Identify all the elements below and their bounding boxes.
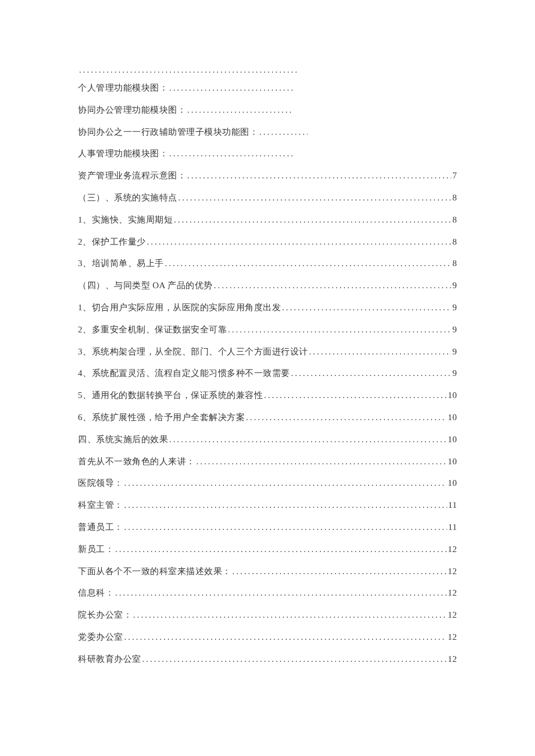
toc-leader-dots — [114, 588, 447, 598]
toc-entry: 协同办公之一一行政辅助管理子模块功能图： — [78, 127, 457, 149]
toc-entry: 人事管理功能模块图： — [78, 148, 457, 170]
toc-page-number: 12 — [447, 632, 457, 642]
toc-entry: 首先从不一致角色的人来讲：10 — [78, 456, 457, 478]
toc-entry: 协同办公管理功能模块图： — [78, 105, 457, 127]
toc-page-number: 12 — [447, 567, 457, 576]
toc-label: 下面从各个不一致的科室来描述效果： — [78, 566, 231, 577]
toc-leader-dots — [123, 632, 447, 642]
toc-label: 科研教育办公室 — [78, 654, 141, 665]
toc-page-number: 9 — [451, 368, 457, 378]
toc-label: 5、通用化的数据转换平台，保证系统的兼容性 — [78, 390, 263, 401]
toc-label: （四）、与同类型 OA 产品的优势 — [78, 280, 213, 291]
toc-page-number: 12 — [447, 588, 457, 598]
toc-label: 4、系统配置灵活、流程自定义能习惯多种不一致需要 — [78, 368, 290, 379]
toc-leader-dots — [258, 127, 308, 137]
toc-entry: 1、实施快、实施周期短8 — [78, 214, 457, 237]
toc-leader-dots — [132, 610, 447, 620]
toc-entry: 个人管理功能模块图： — [78, 83, 457, 105]
toc-label: 医院领导： — [78, 478, 123, 489]
toc-label: 1、实施快、实施周期短 — [78, 214, 173, 225]
toc-entry: 3、系统构架合理，从全院、部门、个人三个方面进行设计9 — [78, 346, 457, 368]
toc-leader-dots — [168, 83, 293, 93]
toc-entry: 科研教育办公室12 — [78, 654, 457, 676]
toc-entry: 信息科：12 — [78, 587, 457, 610]
toc-entry: 医院领导：10 — [78, 478, 457, 500]
toc-entry: 院长办公室：12 — [78, 610, 457, 632]
toc-entry: 5、通用化的数据转换平台，保证系统的兼容性10 — [78, 390, 457, 412]
toc-page-number: 10 — [447, 457, 457, 467]
toc-page-number: 9 — [451, 325, 457, 335]
toc-page-number: 8 — [451, 193, 457, 203]
toc-page-number: 12 — [447, 610, 457, 620]
toc-page-number: 9 — [451, 347, 457, 357]
toc-entry: 2、多重安全机制、保证数据安全可靠9 — [78, 324, 457, 346]
toc-page-number: 10 — [447, 435, 457, 445]
toc-leader-dots — [78, 65, 299, 75]
toc-label: 院长办公室： — [78, 610, 132, 621]
toc-entry: 1、切合用户实际应用，从医院的实际应用角度出发9 — [78, 302, 457, 324]
toc-label: 资产管理业务流程示意图： — [78, 170, 186, 181]
toc-leader-dots — [281, 303, 451, 313]
toc-leader-dots — [173, 215, 451, 225]
toc-page-number: 11 — [447, 500, 457, 510]
toc-entry: 2、保护工作量少8 — [78, 237, 457, 259]
toc-label: 协同办公管理功能模块图： — [78, 105, 186, 116]
toc-leader-dots — [290, 368, 452, 378]
toc-leader-dots — [123, 500, 447, 510]
toc-leader-dots — [164, 259, 452, 268]
toc-label: 协同办公之一一行政辅助管理子模块功能图： — [78, 127, 258, 138]
toc-label: 科室主管： — [78, 500, 123, 511]
toc-entry: 党委办公室12 — [78, 632, 457, 654]
toc-label: 3、培训简单、易上手 — [78, 258, 164, 269]
toc-label: 3、系统构架合理，从全院、部门、个人三个方面进行设计 — [78, 346, 308, 357]
toc-label: 6、系统扩展性强，给予用户全套解决方案 — [78, 412, 245, 423]
toc-page-number: 8 — [451, 259, 457, 268]
toc-page-number: 10 — [447, 413, 457, 422]
toc-leader-dots — [177, 193, 452, 203]
toc-leader-dots — [114, 544, 447, 554]
toc-entry: 四、系统实施后的效果10 — [78, 434, 457, 456]
toc-label: （三）、系统的实施特点 — [78, 192, 177, 203]
toc-entry: 4、系统配置灵活、流程自定义能习惯多种不一致需要9 — [78, 368, 457, 390]
toc-label: 普通员工： — [78, 522, 123, 533]
toc-label: 2、保护工作量少 — [78, 237, 146, 248]
toc-label: 党委办公室 — [78, 632, 123, 643]
toc-page-number: 10 — [447, 390, 457, 400]
toc-leader-dots — [146, 237, 452, 247]
toc-leader-dots — [227, 325, 451, 335]
toc-entry: （四）、与同类型 OA 产品的优势9 — [78, 280, 457, 302]
toc-entry: 新员工：12 — [78, 544, 457, 566]
toc-page-number: 9 — [451, 281, 457, 291]
toc-page-number: 12 — [447, 654, 457, 664]
toc-leader-dots — [123, 478, 447, 488]
toc-leader-dots — [195, 457, 447, 467]
toc-entry: 下面从各个不一致的科室来描述效果：12 — [78, 566, 457, 588]
toc-leader-dots — [245, 413, 447, 422]
toc-page-number: 11 — [447, 522, 457, 532]
toc-leader-dots — [231, 567, 447, 576]
toc-leader-dots — [186, 171, 451, 181]
toc-leader-dots — [263, 390, 447, 400]
toc-entry — [78, 65, 457, 83]
toc-leader-dots — [123, 522, 447, 532]
table-of-contents: 个人管理功能模块图：协同办公管理功能模块图：协同办公之一一行政辅助管理子模块功能… — [78, 65, 457, 676]
toc-page-number: 9 — [451, 303, 457, 313]
toc-leader-dots — [308, 347, 452, 357]
toc-label: 四、系统实施后的效果 — [78, 434, 168, 445]
toc-entry: 6、系统扩展性强，给予用户全套解决方案10 — [78, 412, 457, 434]
toc-leader-dots — [168, 149, 293, 159]
toc-entry: 3、培训简单、易上手8 — [78, 258, 457, 280]
toc-entry: 普通员工：11 — [78, 522, 457, 544]
toc-label: 个人管理功能模块图： — [78, 83, 168, 94]
toc-label: 首先从不一致角色的人来讲： — [78, 456, 195, 467]
toc-label: 信息科： — [78, 587, 114, 599]
toc-entry: 科室主管：11 — [78, 500, 457, 522]
toc-leader-dots — [168, 435, 447, 445]
toc-entry: （三）、系统的实施特点8 — [78, 192, 457, 214]
toc-page-number: 8 — [451, 215, 457, 225]
toc-page-number: 10 — [447, 478, 457, 488]
toc-leader-dots — [141, 654, 447, 664]
toc-page-number: 7 — [451, 171, 457, 181]
toc-leader-dots — [213, 281, 451, 291]
toc-page-number: 8 — [451, 237, 457, 247]
